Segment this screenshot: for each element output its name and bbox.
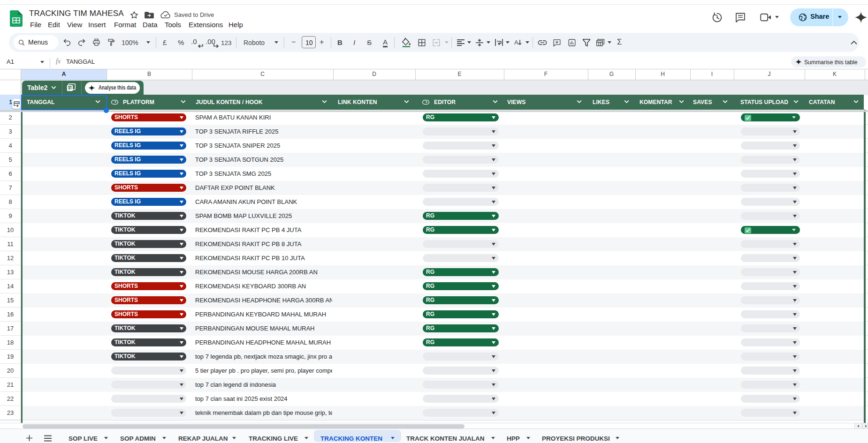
svg-text:A: A — [514, 39, 518, 46]
